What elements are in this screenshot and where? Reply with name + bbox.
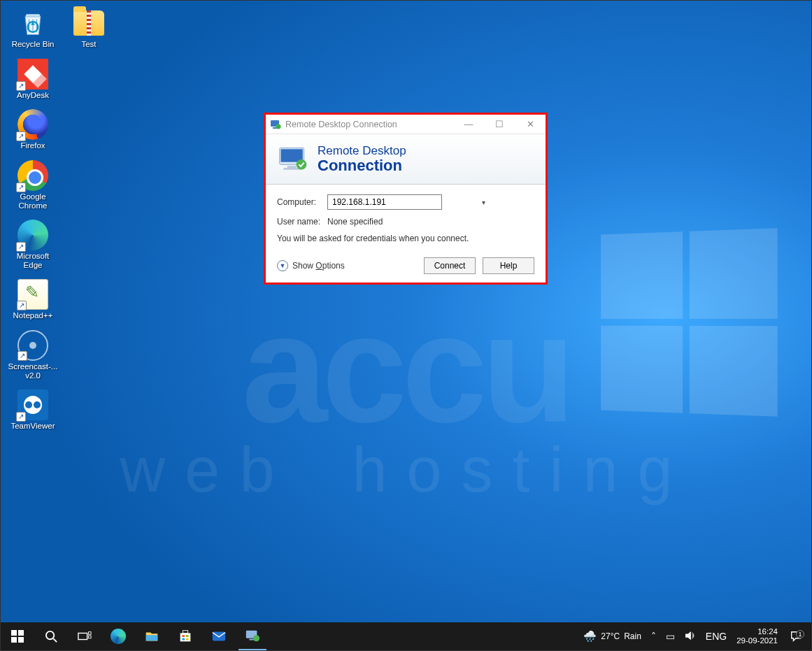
svg-rect-14 bbox=[78, 633, 87, 639]
show-options-toggle[interactable]: ▼ Show Options bbox=[277, 260, 345, 271]
start-button[interactable] bbox=[1, 622, 34, 650]
svg-point-12 bbox=[45, 631, 53, 638]
svg-rect-10 bbox=[11, 637, 17, 643]
language-indicator[interactable]: ENG bbox=[706, 631, 727, 642]
svg-rect-18 bbox=[183, 631, 187, 634]
desktop-icon-google-chrome[interactable]: ↗ Google Chrome bbox=[8, 160, 58, 210]
rdc-banner-line2: Connection bbox=[318, 157, 406, 173]
svg-rect-8 bbox=[11, 630, 17, 636]
desktop-icon-anydesk[interactable]: ↗ AnyDesk bbox=[8, 59, 58, 100]
taskbar-app-mail[interactable] bbox=[202, 622, 236, 650]
weather-widget[interactable]: 🌧️ 27°C Rain bbox=[583, 630, 641, 643]
desktop-icon-label: Test bbox=[81, 40, 96, 49]
shortcut-arrow-icon: ↗ bbox=[16, 81, 26, 91]
desktop-icon-label: Google Chrome bbox=[8, 192, 58, 210]
desktop-icon-teamviewer[interactable]: ↗ TeamViewer bbox=[8, 389, 58, 431]
shortcut-arrow-icon: ↗ bbox=[16, 412, 26, 422]
taskbar: 🌧️ 27°C Rain ˄ ▭ ENG 16:24 29-09-2021 1 bbox=[1, 622, 811, 650]
action-center-button[interactable]: 1 bbox=[788, 630, 804, 643]
svg-rect-19 bbox=[182, 635, 185, 637]
rdc-icon bbox=[245, 629, 260, 644]
connect-button[interactable]: Connect bbox=[424, 257, 476, 274]
zip-folder-icon bbox=[73, 8, 104, 38]
taskbar-app-explorer[interactable] bbox=[135, 622, 169, 650]
chevron-down-icon: ▾ bbox=[482, 199, 485, 206]
desktop-icon-recycle-bin[interactable]: Recycle Bin bbox=[8, 8, 58, 49]
show-options-label: Show Options bbox=[292, 261, 345, 271]
computer-input[interactable] bbox=[327, 194, 442, 210]
firefox-icon: ↗ bbox=[17, 109, 48, 140]
desktop-icon-label: Screencast-... v2.0 bbox=[8, 362, 58, 380]
shortcut-arrow-icon: ↗ bbox=[17, 351, 27, 361]
tray-overflow-icon[interactable]: ˄ bbox=[651, 631, 656, 642]
windows-start-icon bbox=[11, 630, 24, 643]
teamviewer-icon: ↗ bbox=[17, 389, 48, 420]
svg-point-2 bbox=[276, 124, 281, 129]
label-computer: Computer: bbox=[277, 197, 327, 207]
label-username: User name: bbox=[277, 217, 327, 227]
svg-rect-11 bbox=[18, 637, 24, 643]
svg-rect-17 bbox=[180, 633, 191, 641]
watermark-webhosting: web hosting bbox=[1, 434, 811, 506]
rdc-banner-icon bbox=[277, 145, 309, 174]
display-project-icon[interactable]: ▭ bbox=[666, 631, 675, 642]
minimize-button[interactable]: ― bbox=[453, 115, 484, 134]
clock-date: 29-09-2021 bbox=[736, 636, 778, 645]
search-button[interactable] bbox=[34, 622, 68, 650]
taskbar-app-edge[interactable] bbox=[101, 622, 135, 650]
rdc-banner: Remote Desktop Connection bbox=[266, 134, 546, 185]
desktop-icons-col2: Test bbox=[64, 8, 114, 49]
svg-point-7 bbox=[297, 159, 307, 170]
rdc-body: Computer: ▾ User name: None specified Yo… bbox=[266, 185, 546, 282]
rdc-icon bbox=[270, 119, 281, 130]
svg-rect-22 bbox=[186, 638, 189, 641]
desktop-icon-label: Firefox bbox=[20, 141, 45, 150]
shortcut-arrow-icon: ↗ bbox=[16, 183, 26, 192]
close-button[interactable]: ✕ bbox=[515, 115, 546, 134]
file-explorer-icon bbox=[144, 629, 159, 644]
shortcut-arrow-icon: ↗ bbox=[16, 242, 26, 252]
search-icon bbox=[45, 630, 58, 643]
ms-store-icon bbox=[178, 629, 193, 644]
desktop-icon-microsoft-edge[interactable]: ↗ Microsoft Edge bbox=[8, 220, 58, 269]
edge-icon bbox=[111, 629, 126, 644]
shortcut-arrow-icon: ↗ bbox=[16, 131, 26, 141]
volume-icon[interactable] bbox=[685, 631, 696, 643]
desktop-icon-label: TeamViewer bbox=[10, 422, 55, 431]
anydesk-icon: ↗ bbox=[17, 59, 48, 90]
svg-rect-23 bbox=[213, 632, 225, 641]
help-button[interactable]: Help bbox=[483, 257, 534, 274]
desktop-icon-label: Microsoft Edge bbox=[8, 252, 58, 269]
taskbar-app-rdc[interactable] bbox=[236, 622, 269, 650]
taskbar-app-store[interactable] bbox=[169, 622, 202, 650]
notepadpp-icon: ↗ bbox=[17, 279, 48, 310]
mail-icon bbox=[211, 629, 227, 644]
recycle-bin-icon bbox=[17, 8, 48, 38]
window-title: Remote Desktop Connection bbox=[285, 120, 453, 129]
task-view-button[interactable] bbox=[68, 622, 101, 650]
clock[interactable]: 16:24 29-09-2021 bbox=[736, 627, 778, 645]
maximize-button[interactable]: ☐ bbox=[484, 115, 515, 134]
windows-logo-wallpaper bbox=[601, 228, 778, 416]
svg-rect-5 bbox=[287, 166, 297, 168]
desktop-icon-test-folder[interactable]: Test bbox=[64, 8, 114, 49]
svg-rect-21 bbox=[182, 638, 185, 641]
svg-rect-15 bbox=[88, 632, 91, 635]
svg-rect-16 bbox=[88, 636, 91, 638]
rdc-banner-line1: Remote Desktop bbox=[318, 145, 406, 157]
desktop-icon-firefox[interactable]: ↗ Firefox bbox=[8, 109, 58, 150]
desktop-icons-col1: Recycle Bin ↗ AnyDesk ↗ Firefox ↗ Google… bbox=[8, 8, 58, 431]
chevron-down-circle-icon: ▼ bbox=[277, 260, 288, 271]
desktop-icon-notepadpp[interactable]: ↗ Notepad++ bbox=[8, 279, 58, 320]
desktop-icon-label: AnyDesk bbox=[17, 91, 49, 100]
weather-cond: Rain bbox=[624, 631, 641, 641]
desktop-icon-label: Recycle Bin bbox=[12, 40, 55, 49]
clock-time: 16:24 bbox=[736, 627, 778, 636]
svg-rect-6 bbox=[283, 167, 300, 169]
desktop-icon-screencast[interactable]: ↗ Screencast-... v2.0 bbox=[8, 330, 58, 380]
task-view-icon bbox=[78, 631, 92, 642]
svg-rect-20 bbox=[186, 635, 189, 637]
window-titlebar[interactable]: Remote Desktop Connection ― ☐ ✕ bbox=[266, 115, 546, 134]
chrome-icon: ↗ bbox=[17, 160, 48, 191]
svg-rect-9 bbox=[18, 630, 24, 636]
